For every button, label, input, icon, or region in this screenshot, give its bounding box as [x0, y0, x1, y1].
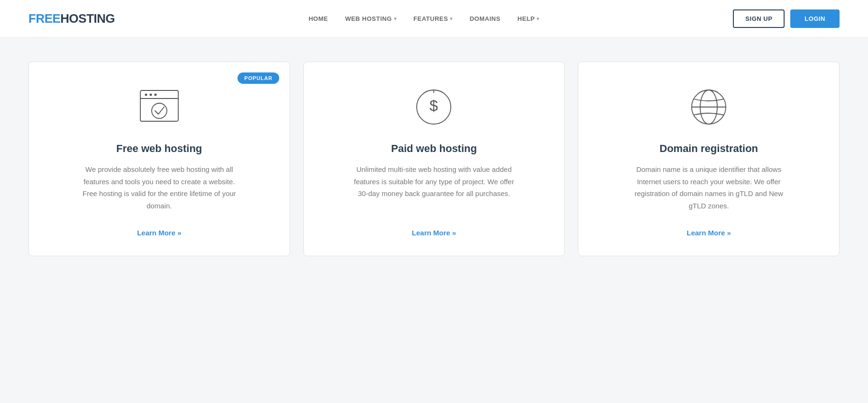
nav-features[interactable]: FEATURES ▾ [413, 15, 453, 22]
logo[interactable]: FREEHOSTING [28, 11, 115, 26]
card-title-free-hosting: Free web hosting [116, 143, 202, 155]
main-content: POPULAR Free web hosting We provide abso… [0, 38, 868, 285]
globe-icon [685, 86, 732, 128]
popular-badge: POPULAR [238, 72, 279, 84]
card-title-domain-registration: Domain registration [659, 143, 758, 155]
svg-point-4 [154, 94, 156, 96]
login-button[interactable]: LOGIN [790, 9, 840, 28]
card-paid-hosting: $ Paid web hosting Unlimited multi-site … [303, 62, 565, 256]
learn-more-paid-hosting[interactable]: Learn More » [412, 229, 456, 237]
cards-grid: POPULAR Free web hosting We provide abso… [28, 62, 840, 256]
svg-point-2 [145, 94, 147, 96]
logo-free: FREE [28, 11, 60, 26]
card-description-paid-hosting: Unlimited multi-site web hosting with va… [353, 163, 514, 200]
learn-more-free-hosting[interactable]: Learn More » [137, 229, 181, 237]
dollar-circle-icon: $ [410, 86, 457, 128]
card-title-paid-hosting: Paid web hosting [391, 143, 477, 155]
header: FREEHOSTING HOME WEB HOSTING ▾ FEATURES … [0, 0, 868, 38]
signup-button[interactable]: SIGN UP [733, 9, 785, 28]
main-nav: HOME WEB HOSTING ▾ FEATURES ▾ DOMAINS HE… [309, 15, 539, 22]
nav-home[interactable]: HOME [309, 15, 328, 22]
header-buttons: SIGN UP LOGIN [733, 9, 840, 28]
browser-check-icon [136, 86, 183, 128]
nav-help[interactable]: HELP ▾ [518, 15, 539, 22]
card-description-free-hosting: We provide absolutely free web hosting w… [79, 163, 240, 212]
nav-web-hosting[interactable]: WEB HOSTING ▾ [345, 15, 396, 22]
learn-more-domain-registration[interactable]: Learn More » [686, 229, 731, 237]
card-domain-registration: Domain registration Domain name is a uni… [578, 62, 840, 256]
chevron-down-icon: ▾ [537, 16, 539, 21]
nav-domains[interactable]: DOMAINS [470, 15, 501, 22]
card-description-domain-registration: Domain name is a unique identifier that … [628, 163, 789, 212]
logo-hosting: HOSTING [60, 11, 115, 26]
svg-text:$: $ [430, 97, 439, 114]
svg-point-3 [149, 94, 152, 96]
chevron-down-icon: ▾ [450, 16, 453, 21]
card-free-hosting: POPULAR Free web hosting We provide abso… [28, 62, 290, 256]
svg-point-5 [152, 103, 167, 118]
chevron-down-icon: ▾ [394, 16, 397, 21]
